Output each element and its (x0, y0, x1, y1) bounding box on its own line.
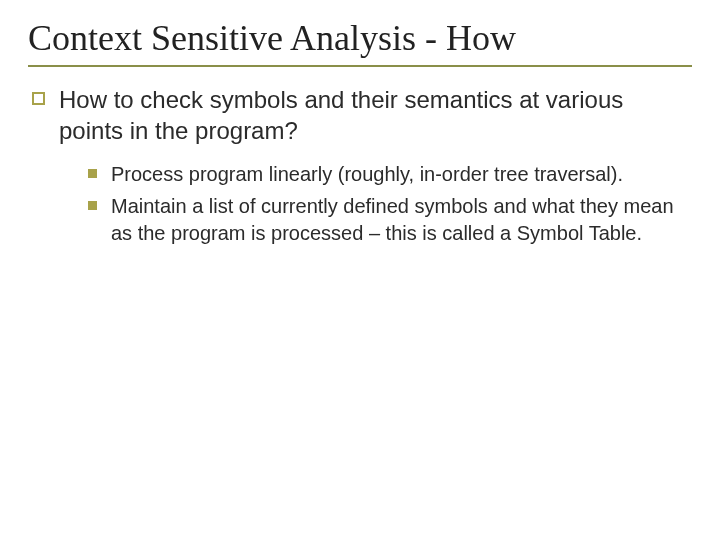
slide-title: Context Sensitive Analysis - How (28, 18, 692, 59)
square-solid-icon (88, 201, 97, 210)
list-item: Maintain a list of currently defined sym… (88, 193, 692, 246)
sub-point-text: Process program linearly (roughly, in-or… (111, 161, 623, 187)
title-underline (28, 65, 692, 67)
main-point-text: How to check symbols and their semantics… (59, 85, 692, 146)
list-item-main: How to check symbols and their semantics… (32, 85, 692, 146)
sub-list: Process program linearly (roughly, in-or… (88, 161, 692, 246)
list-item: Process program linearly (roughly, in-or… (88, 161, 692, 187)
square-solid-icon (88, 169, 97, 178)
square-hollow-icon (32, 92, 45, 105)
slide: Context Sensitive Analysis - How How to … (0, 0, 720, 540)
sub-point-text: Maintain a list of currently defined sym… (111, 193, 692, 246)
